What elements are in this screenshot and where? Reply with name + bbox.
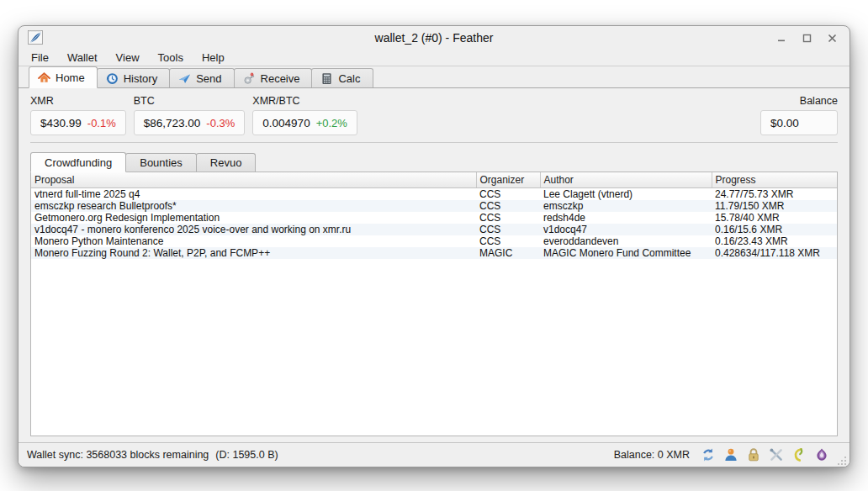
tools-icon[interactable]: [769, 447, 784, 462]
column-header-author[interactable]: Author: [540, 172, 712, 188]
ticker-xmr-price: $430.99: [40, 117, 82, 129]
account-icon[interactable]: [723, 447, 738, 462]
table-row[interactable]: Monero Python Maintenance CCS everoddand…: [31, 235, 837, 247]
subtab-revuo-label: Revuo: [210, 156, 242, 169]
balance-label: Balance: [800, 95, 838, 107]
send-icon: [178, 72, 191, 85]
cell-progress: 24.77/75.73 XMR: [712, 188, 837, 201]
ticker-xmrbtc-label: XMR/BTC: [252, 95, 357, 107]
refresh-icon[interactable]: [701, 447, 716, 462]
ticker-xmrbtc-price: 0.004970: [262, 117, 310, 129]
cell-author: everoddandeven: [540, 235, 712, 247]
resize-grip[interactable]: [837, 454, 847, 464]
table-row[interactable]: emsczkp research Bulletproofs* CCS emscz…: [31, 200, 837, 212]
menu-view[interactable]: View: [107, 50, 149, 66]
menu-tools[interactable]: Tools: [149, 50, 193, 66]
cell-progress: 15.78/40 XMR: [712, 212, 837, 224]
ticker-xmrbtc: XMR/BTC 0.004970 +0.2%: [252, 95, 357, 135]
cell-author: v1docq47: [540, 224, 712, 235]
cell-author: MAGIC Monero Fund Committee: [540, 247, 712, 259]
ticker-xmr-label: XMR: [30, 95, 126, 107]
tab-calc-label: Calc: [338, 72, 360, 85]
home-icon: [38, 71, 50, 84]
table-row[interactable]: v1docq47 - monero konferenco 2025 voice-…: [31, 224, 837, 235]
seed-icon[interactable]: [791, 447, 807, 462]
column-header-organizer[interactable]: Organizer: [476, 172, 540, 188]
crowdfunding-pane: Proposal Organizer Author Progress vtner…: [30, 172, 838, 436]
subtab-revuo[interactable]: Revuo: [196, 153, 257, 172]
home-tab-content: XMR $430.99 -0.1% BTC $86,723.00 -0.3% X…: [19, 88, 849, 442]
cell-proposal: vtnerd full-time 2025 q4: [31, 188, 476, 201]
ticker-xmrbtc-box: 0.004970 +0.2%: [252, 110, 357, 135]
cell-organizer: CCS: [476, 235, 540, 247]
cell-organizer: CCS: [476, 212, 540, 224]
tor-icon[interactable]: [814, 447, 829, 462]
column-header-proposal[interactable]: Proposal: [31, 172, 476, 188]
cell-author: emsczkp: [540, 200, 712, 212]
subtab-bounties-label: Bounties: [140, 156, 183, 169]
ticker-xmr-box: $430.99 -0.1%: [30, 110, 126, 135]
cell-organizer: CCS: [476, 224, 540, 235]
balance-box: Balance $0.00: [760, 95, 838, 135]
table-row[interactable]: Monero Fuzzing Round 2: Wallet, P2P, and…: [31, 247, 837, 259]
tab-history-label: History: [124, 72, 157, 85]
tab-home-label: Home: [56, 71, 85, 84]
cell-organizer: CCS: [476, 200, 540, 212]
cell-progress: 11.79/150 XMR: [712, 200, 837, 212]
table-row[interactable]: vtnerd full-time 2025 q4 CCS Lee Clagett…: [31, 188, 837, 201]
table-header-row: Proposal Organizer Author Progress: [31, 172, 837, 188]
calc-icon: [320, 72, 333, 85]
column-header-progress[interactable]: Progress: [712, 172, 837, 188]
balance-fiat-value: $0.00: [770, 117, 799, 129]
sub-tab-bar: Crowdfunding Bounties Revuo: [30, 152, 838, 172]
tab-receive[interactable]: Receive: [234, 68, 313, 87]
menu-wallet[interactable]: Wallet: [58, 50, 107, 66]
ticker-btc: BTC $86,723.00 -0.3%: [134, 95, 246, 135]
tab-receive-label: Receive: [261, 72, 300, 85]
ticker-xmrbtc-change: +0.2%: [316, 117, 347, 129]
maximize-button[interactable]: [797, 30, 816, 45]
close-button[interactable]: [823, 30, 841, 45]
menu-file[interactable]: File: [22, 50, 58, 66]
ticker-btc-price: $86,723.00: [144, 117, 201, 129]
cell-author: Lee Clagett (vtnerd): [540, 188, 712, 201]
tab-calc[interactable]: Calc: [311, 68, 373, 87]
cell-author: redsh4de: [540, 212, 712, 224]
subtab-bounties[interactable]: Bounties: [125, 153, 197, 172]
ticker-row: XMR $430.99 -0.1% BTC $86,723.00 -0.3% X…: [30, 95, 838, 135]
status-bar: Wallet sync: 3568033 blocks remaining (D…: [19, 442, 849, 467]
sync-detail: (D: 1595.0 B): [215, 449, 278, 461]
balance-value-box: $0.00: [760, 110, 838, 135]
main-tab-bar: Home History Send: [19, 66, 849, 88]
section-divider: [30, 142, 838, 143]
ticker-xmr-change: -0.1%: [87, 117, 116, 129]
menu-help[interactable]: Help: [193, 50, 234, 66]
cell-proposal: Monero Fuzzing Round 2: Wallet, P2P, and…: [31, 247, 476, 259]
table-row[interactable]: Getmonero.org Redesign Implementation CC…: [31, 212, 837, 224]
lock-icon[interactable]: [746, 447, 761, 462]
feather-window: wallet_2 (#0) - Feather File Wallet View…: [18, 25, 850, 467]
cell-proposal: emsczkp research Bulletproofs*: [31, 200, 476, 212]
receive-icon: [243, 72, 256, 85]
menu-bar: File Wallet View Tools Help: [19, 50, 849, 66]
ticker-btc-label: BTC: [134, 95, 246, 107]
tab-home[interactable]: Home: [29, 66, 98, 88]
subtab-crowdfunding-label: Crowdfunding: [45, 156, 112, 169]
wallet-sync-status: Wallet sync: 3568033 blocks remaining: [27, 449, 209, 461]
title-bar[interactable]: wallet_2 (#0) - Feather: [19, 26, 849, 50]
subtab-crowdfunding[interactable]: Crowdfunding: [30, 152, 126, 172]
minimize-button[interactable]: [772, 30, 791, 45]
cell-organizer: MAGIC: [476, 247, 540, 259]
proposals-table: Proposal Organizer Author Progress vtner…: [31, 172, 837, 259]
tab-history[interactable]: History: [97, 68, 170, 87]
ticker-btc-change: -0.3%: [206, 117, 235, 129]
cell-progress: 0.16/15.6 XMR: [712, 224, 837, 235]
cell-proposal: Getmonero.org Redesign Implementation: [31, 212, 476, 224]
cell-organizer: CCS: [476, 188, 540, 201]
history-icon: [106, 72, 119, 85]
ticker-btc-box: $86,723.00 -0.3%: [134, 110, 246, 135]
cell-proposal: v1docq47 - monero konferenco 2025 voice-…: [31, 224, 476, 235]
cell-progress: 0.428634/117.118 XMR: [712, 247, 837, 259]
window-title: wallet_2 (#0) - Feather: [19, 31, 849, 45]
tab-send[interactable]: Send: [169, 68, 234, 87]
